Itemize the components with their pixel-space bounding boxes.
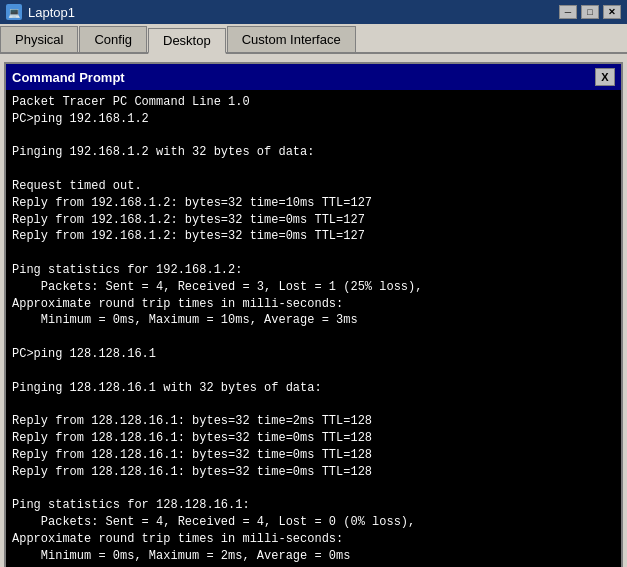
title-bar: 💻 Laptop1 ─ □ ✕ (0, 0, 627, 24)
tab-physical[interactable]: Physical (0, 26, 78, 52)
cmd-close-button[interactable]: X (595, 68, 615, 86)
title-bar-left: 💻 Laptop1 (6, 4, 75, 20)
window-title: Laptop1 (28, 5, 75, 20)
cmd-title: Command Prompt (12, 70, 125, 85)
title-bar-controls: ─ □ ✕ (559, 5, 621, 19)
tab-config[interactable]: Config (79, 26, 147, 52)
command-prompt-window: Command Prompt X Packet Tracer PC Comman… (4, 62, 623, 567)
tab-desktop[interactable]: Desktop (148, 28, 226, 54)
tab-bar: Physical Config Desktop Custom Interface (0, 24, 627, 54)
tab-custom-interface[interactable]: Custom Interface (227, 26, 356, 52)
cmd-title-bar: Command Prompt X (6, 64, 621, 90)
close-window-button[interactable]: ✕ (603, 5, 621, 19)
maximize-button[interactable]: □ (581, 5, 599, 19)
minimize-button[interactable]: ─ (559, 5, 577, 19)
terminal-output[interactable]: Packet Tracer PC Command Line 1.0 PC>pin… (6, 90, 621, 567)
main-content: Command Prompt X Packet Tracer PC Comman… (0, 54, 627, 567)
app-icon: 💻 (6, 4, 22, 20)
